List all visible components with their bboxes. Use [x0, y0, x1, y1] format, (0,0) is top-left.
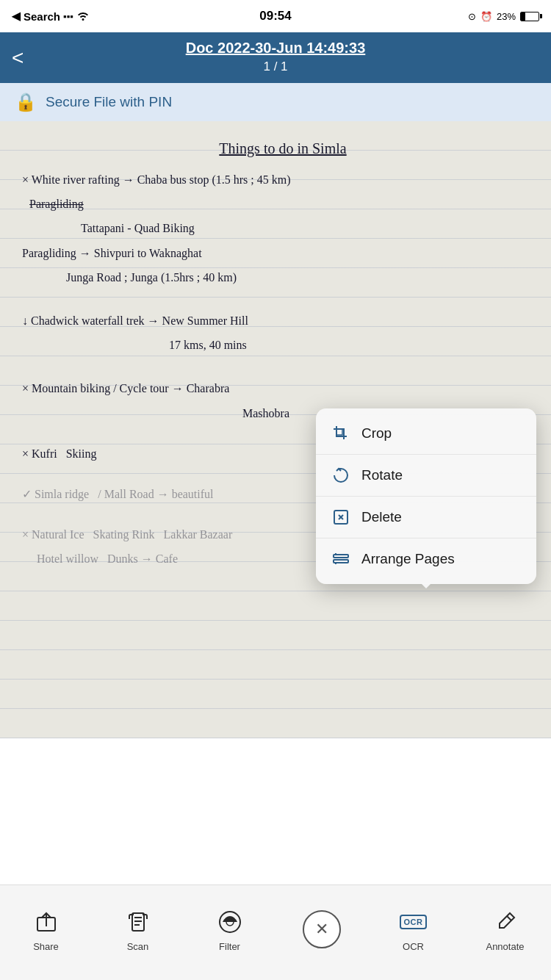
toolbar-share[interactable]: Share	[0, 906, 92, 952]
alarm-icon: ⏰	[480, 11, 492, 22]
toolbar-annotate[interactable]: Annotate	[459, 906, 551, 952]
doc-line-11: × Mountain biking / Cycle tour → Charabr…	[22, 378, 544, 398]
crop-icon	[331, 423, 351, 444]
signal-icon: ▪▪▪	[63, 11, 73, 22]
svg-rect-4	[334, 555, 348, 558]
doc-line-3: Paragliding	[29, 194, 544, 214]
scan-label: Scan	[127, 941, 149, 952]
status-left: ◀ Search ▪▪▪	[12, 10, 90, 23]
toolbar-ocr[interactable]: OCR OCR	[367, 906, 459, 952]
crop-label: Crop	[361, 425, 392, 442]
filter-icon	[214, 906, 246, 938]
wifi-icon	[76, 10, 90, 23]
document-title: Doc 2022-30-Jun 14:49:33	[186, 40, 366, 57]
svg-line-16	[507, 916, 511, 920]
annotate-icon	[489, 906, 522, 938]
document-area: Things to do in Simla × White river raft…	[0, 121, 551, 738]
status-right: ⊙ ⏰ 23%	[468, 11, 539, 22]
toolbar-close[interactable]: ✕	[276, 910, 367, 948]
rotate-icon	[331, 465, 351, 486]
doc-line-2: × White river rafting → Chaba bus stop (…	[22, 170, 544, 190]
annotate-label: Annotate	[486, 941, 524, 952]
delete-icon	[331, 507, 351, 527]
status-time: 09:54	[259, 9, 291, 24]
battery-percent: 23%	[497, 11, 516, 22]
ocr-box-label: OCR	[400, 915, 428, 929]
arrange-label: Arrange Pages	[361, 551, 455, 567]
menu-item-rotate[interactable]: Rotate	[316, 455, 536, 497]
doc-line-6: Junga Road ; Junga (1.5hrs ; 40 km)	[66, 267, 544, 287]
toolbar-scan[interactable]: Scan	[92, 906, 184, 952]
arrange-icon	[331, 549, 351, 569]
svg-rect-5	[334, 560, 348, 563]
secure-banner[interactable]: 🔒 Secure File with PIN	[0, 83, 551, 121]
scan-icon	[122, 906, 154, 938]
back-arrow-status: ◀	[12, 10, 21, 23]
delete-label: Delete	[361, 509, 402, 525]
ocr-icon: OCR	[397, 906, 430, 938]
doc-line-4: Tattapani - Quad Biking	[81, 218, 544, 238]
pagination: 1 / 1	[263, 60, 287, 74]
battery-icon	[520, 12, 539, 21]
menu-item-arrange[interactable]: Arrange Pages	[316, 538, 536, 580]
doc-line-10	[22, 359, 544, 374]
filter-label: Filter	[219, 941, 240, 952]
secure-text: Secure File with PIN	[46, 94, 172, 110]
share-label: Share	[33, 941, 59, 952]
doc-line-8: ↓ Chadwick waterfall trek → New Summer H…	[22, 311, 544, 331]
carrier-label: Search	[24, 10, 60, 23]
doc-line-5: Paragliding → Shivpuri to Waknaghat	[22, 243, 544, 263]
status-bar: ◀ Search ▪▪▪ 09:54 ⊙ ⏰ 23%	[0, 0, 551, 32]
doc-line-1: Things to do in Simla	[22, 136, 544, 161]
doc-line-9: 17 kms, 40 mins	[169, 335, 544, 355]
menu-item-crop[interactable]: Crop	[316, 413, 536, 455]
share-icon	[30, 906, 62, 938]
close-button[interactable]: ✕	[303, 910, 341, 948]
menu-item-delete[interactable]: Delete	[316, 497, 536, 538]
doc-line-7	[22, 292, 544, 306]
context-menu: Crop Rotate Delete	[316, 408, 536, 584]
back-button[interactable]: <	[12, 46, 24, 70]
bottom-toolbar: Share Scan Filter ✕	[0, 884, 551, 980]
svg-rect-0	[336, 429, 342, 435]
toolbar-filter[interactable]: Filter	[184, 906, 276, 952]
lock-icon: 🔒	[15, 92, 37, 112]
rotate-label: Rotate	[361, 467, 403, 483]
document-header: < Doc 2022-30-Jun 14:49:33 1 / 1	[0, 32, 551, 83]
screen-record-icon: ⊙	[468, 11, 476, 22]
ocr-label: OCR	[403, 941, 424, 952]
